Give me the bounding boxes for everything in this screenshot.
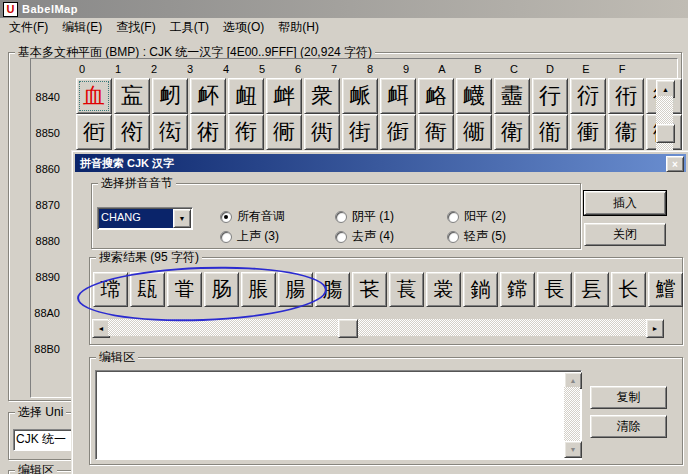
char-cell[interactable]: 衒	[152, 114, 188, 150]
result-char-cell[interactable]: 肠	[204, 272, 239, 307]
grid-scrollbar-thumb[interactable]	[656, 124, 675, 143]
char-cell[interactable]: 衐	[76, 114, 112, 150]
result-char-cell[interactable]: 瑺	[93, 272, 128, 307]
radio-label: 上声 (3)	[237, 228, 279, 245]
syllable-group-label: 选择拼音音节	[98, 176, 176, 190]
row-label-8850: 8850	[30, 127, 60, 139]
char-cell[interactable]: 衇	[342, 78, 378, 114]
grid-column-headers: 0123456789ABCDEF	[64, 63, 640, 75]
results-group-label: 搜索结果 (95 字符)	[96, 250, 202, 264]
char-cell[interactable]: 衎	[608, 78, 644, 114]
char-cell-selected[interactable]: 血	[76, 78, 112, 114]
result-char-cell[interactable]: 萇	[389, 272, 424, 307]
close-button[interactable]: 关闭	[584, 223, 666, 246]
copy-button[interactable]: 复制	[590, 386, 667, 409]
char-cell[interactable]: 衄	[228, 78, 264, 114]
radio-label: 所有音调	[237, 208, 285, 225]
char-cell[interactable]: 衋	[494, 78, 530, 114]
radio-tone-1[interactable]: 阴平 (1)	[335, 208, 394, 225]
result-char-cell[interactable]: 鱨	[648, 272, 683, 307]
char-cell[interactable]: 衛	[494, 114, 530, 150]
char-cell[interactable]: 衑	[114, 114, 150, 150]
syllable-combobox[interactable]: CHANG ▼	[97, 207, 193, 230]
char-cell[interactable]: 衅	[266, 78, 302, 114]
radio-icon	[220, 231, 232, 243]
edit-textarea[interactable]: ▲ ▼	[95, 370, 582, 460]
char-cell[interactable]: 衃	[190, 78, 226, 114]
menu-find[interactable]: 查找(F)	[109, 18, 162, 37]
char-cell[interactable]: 術	[190, 114, 226, 150]
dialog-close-icon[interactable]: ×	[666, 156, 684, 172]
col-header: F	[604, 63, 640, 75]
menu-options[interactable]: 选项(O)	[216, 18, 271, 37]
radio-all-tones[interactable]: 所有音调	[220, 208, 285, 225]
main-edit-group-label: 编辑区	[15, 463, 57, 474]
clear-button[interactable]: 清除	[590, 415, 667, 438]
result-char-cell[interactable]: 瓺	[130, 272, 165, 307]
insert-button[interactable]: 插入	[584, 191, 666, 215]
result-char-cell[interactable]: 長	[537, 272, 572, 307]
char-cell[interactable]: 衞	[608, 114, 644, 150]
result-char-cell[interactable]: 长	[611, 272, 646, 307]
menu-tools[interactable]: 工具(T)	[163, 18, 216, 37]
result-char-cell[interactable]: 鋿	[463, 272, 498, 307]
char-cell[interactable]: 衈	[380, 78, 416, 114]
col-header: 5	[244, 63, 280, 75]
textarea-scroll-down-button[interactable]: ▼	[564, 441, 582, 458]
menu-file[interactable]: 文件(F)	[2, 18, 55, 37]
block-combobox[interactable]: CJK 统一	[13, 429, 77, 451]
char-cell[interactable]: 衉	[418, 78, 454, 114]
radio-icon	[447, 231, 459, 243]
row-label-8880: 8880	[30, 235, 60, 247]
col-header: 0	[64, 63, 100, 75]
char-cell[interactable]: 衔	[228, 114, 264, 150]
dialog-title: 拼音搜索 CJK 汉字	[80, 156, 174, 171]
textarea-scrollbar-track[interactable]	[564, 387, 580, 441]
radio-label: 去声 (4)	[352, 228, 394, 245]
results-scrollbar-thumb[interactable]	[338, 319, 358, 338]
char-cell[interactable]: 街	[342, 114, 378, 150]
char-cell[interactable]: 衙	[418, 114, 454, 150]
result-char-cell[interactable]: 甞	[167, 272, 202, 307]
combobox-dropdown-icon[interactable]: ▼	[173, 209, 191, 228]
char-cell[interactable]: 衆	[304, 78, 340, 114]
char-cell[interactable]: 衊	[456, 78, 492, 114]
char-cell[interactable]: 衕	[266, 114, 302, 150]
char-cell[interactable]: 衘	[380, 114, 416, 150]
radio-tone-3[interactable]: 上声 (3)	[220, 228, 279, 245]
scroll-left-icon: ◄	[98, 325, 105, 332]
char-cell[interactable]: 行	[532, 78, 568, 114]
result-char-cell[interactable]: 腸	[278, 272, 313, 307]
char-cell[interactable]: 衖	[304, 114, 340, 150]
col-header: A	[424, 63, 460, 75]
results-row: 瑺 瓺 甞 肠 脹 腸 膓 苌 萇 裳 鋿 鏛 長 镸 长 鱨	[92, 271, 684, 308]
col-header: 6	[280, 63, 316, 75]
char-cell[interactable]: 衍	[570, 78, 606, 114]
menu-edit[interactable]: 编辑(E)	[55, 18, 109, 37]
result-char-cell[interactable]: 镸	[574, 272, 609, 307]
col-header: 1	[100, 63, 136, 75]
results-scroll-right-button[interactable]: ►	[646, 319, 664, 338]
char-cell[interactable]: 衜	[532, 114, 568, 150]
app-icon[interactable]: U	[3, 2, 18, 17]
result-char-cell[interactable]: 苌	[352, 272, 387, 307]
result-char-cell[interactable]: 脹	[241, 272, 276, 307]
col-header: B	[460, 63, 496, 75]
char-cell[interactable]: 衂	[152, 78, 188, 114]
result-char-cell[interactable]: 鏛	[500, 272, 535, 307]
radio-tone-2[interactable]: 阳平 (2)	[447, 208, 506, 225]
dialog-titlebar[interactable]: 拼音搜索 CJK 汉字 ×	[75, 154, 686, 172]
result-char-cell[interactable]: 膓	[315, 272, 350, 307]
col-header: 3	[172, 63, 208, 75]
menu-help[interactable]: 帮助(H)	[271, 18, 326, 37]
result-char-cell[interactable]: 裳	[426, 272, 461, 307]
char-cell[interactable]: 衝	[570, 114, 606, 150]
char-cell[interactable]: 衁	[114, 78, 150, 114]
results-scrollbar-track[interactable]	[108, 319, 646, 336]
radio-tone-5[interactable]: 轻声 (5)	[447, 228, 506, 245]
window-title: BabelMap	[22, 3, 78, 15]
char-cell[interactable]: 衚	[456, 114, 492, 150]
col-header: 8	[352, 63, 388, 75]
col-header: 2	[136, 63, 172, 75]
radio-tone-4[interactable]: 去声 (4)	[335, 228, 394, 245]
